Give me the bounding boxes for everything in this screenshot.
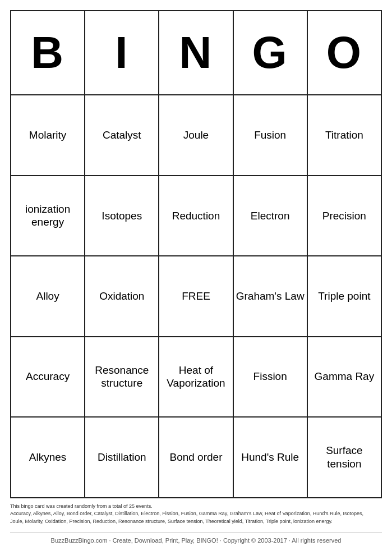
header-o: O (307, 11, 381, 95)
cell-4-1: Accuracy (11, 337, 85, 417)
cell-5-3: Bond order (159, 417, 233, 497)
cell-4-4: Fission (233, 337, 307, 417)
cell-2-4: Electron (233, 176, 307, 256)
cell-3-2: Oxidation (85, 256, 159, 336)
cell-2-5: Precision (307, 176, 381, 256)
cell-3-5: Triple point (307, 256, 381, 336)
cell-3-3-free: FREE (159, 256, 233, 336)
footer-line2: Accuracy, Alkynes, Alloy, Bond order, Ca… (10, 510, 382, 518)
bingo-card: B I N G O Molarity Catalyst Joule Fusion… (10, 10, 382, 498)
header-g: G (233, 11, 307, 95)
cell-2-3: Reduction (159, 176, 233, 256)
cell-5-4: Hund's Rule (233, 417, 307, 497)
cell-2-1: ionization energy (11, 176, 85, 256)
cell-5-1: Alkynes (11, 417, 85, 497)
cell-3-1: Alloy (11, 256, 85, 336)
header-n: N (159, 11, 233, 95)
cell-4-2: Resonance structure (85, 337, 159, 417)
bingo-row-5: Alkynes Distillation Bond order Hund's R… (11, 417, 381, 497)
bingo-row-4: Accuracy Resonance structure Heat of Vap… (11, 337, 381, 417)
cell-2-2: Isotopes (85, 176, 159, 256)
cell-5-5: Surface tension (307, 417, 381, 497)
footer-line3: Joule, Molarity, Oxidation, Precision, R… (10, 518, 382, 526)
footer-line1: This bingo card was created randomly fro… (10, 503, 382, 511)
bingo-header-row: B I N G O (11, 11, 381, 95)
header-i: I (85, 11, 159, 95)
cell-1-2: Catalyst (85, 95, 159, 175)
cell-1-1: Molarity (11, 95, 85, 175)
cell-4-5: Gamma Ray (307, 337, 381, 417)
cell-4-3: Heat of Vaporization (159, 337, 233, 417)
cell-1-5: Titration (307, 95, 381, 175)
bingo-table: B I N G O Molarity Catalyst Joule Fusion… (10, 10, 382, 498)
cell-3-4: Graham's Law (233, 256, 307, 336)
cell-1-3: Joule (159, 95, 233, 175)
bingo-row-2: ionization energy Isotopes Reduction Ele… (11, 176, 381, 256)
footer-bottom: BuzzBuzzBingo.com · Create, Download, Pr… (10, 532, 382, 549)
footer-notes: This bingo card was created randomly fro… (10, 503, 382, 526)
bingo-row-3: Alloy Oxidation FREE Graham's Law Triple… (11, 256, 381, 336)
cell-5-2: Distillation (85, 417, 159, 497)
cell-1-4: Fusion (233, 95, 307, 175)
header-b: B (11, 11, 85, 95)
bingo-row-1: Molarity Catalyst Joule Fusion Titration (11, 95, 381, 175)
